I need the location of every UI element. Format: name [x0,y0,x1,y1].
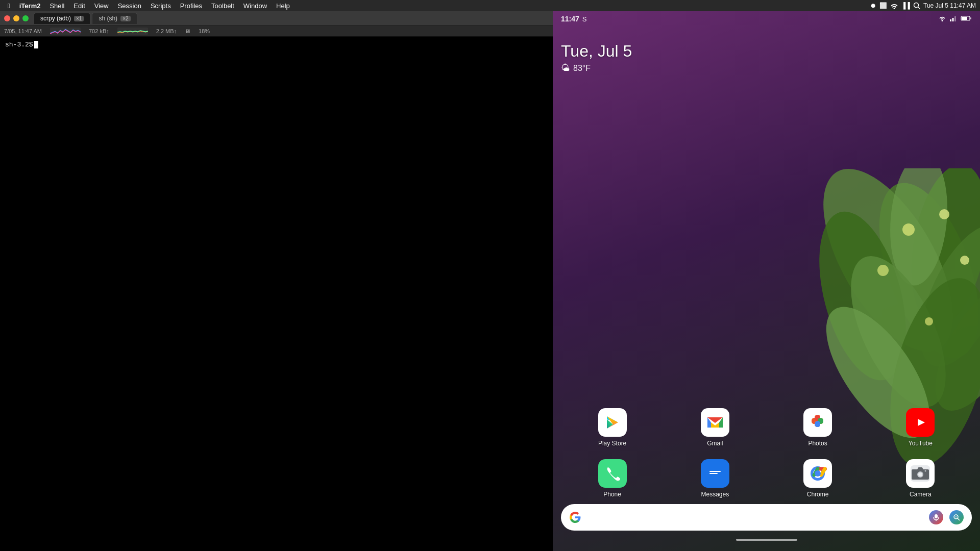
app-name[interactable]: iTerm2 [16,0,44,11]
svg-rect-22 [970,17,971,19]
android-wifi-icon [938,15,946,23]
app-playstore[interactable]: Play Store [595,408,630,447]
main-content: scrpy (adb) ×1 sh (sh) ×2 7/05, 11:47 AM [0,11,980,551]
svg-point-31 [918,472,922,477]
terminal-area[interactable]: sh-3.2$ [0,37,553,551]
android-date: Tue, Jul 5 [561,42,972,61]
status-cpu: 18% [199,28,210,34]
menu-help[interactable]: Help [273,0,293,11]
status-net: 702 kB↑ [89,28,109,34]
menubar-wifi-icon [890,2,898,9]
svg-rect-17 [950,19,951,21]
apple-menu[interactable]:  [4,0,14,11]
menubar-battery-icon: ▐▐ [901,2,910,9]
svg-rect-33 [935,514,938,518]
app-photos[interactable]: Photos [800,408,836,447]
app-gmail[interactable]: Gmail [697,408,733,447]
menu-profiles[interactable]: Profiles [177,0,206,11]
iterm-tabs: scrpy (adb) ×1 sh (sh) ×2 [34,13,549,24]
messages-icon [701,459,729,488]
youtube-label: YouTube [909,440,933,447]
menubar-search-icon[interactable] [913,2,920,9]
android-status-icons [938,15,972,23]
app-chrome[interactable]: Chrome [800,459,836,498]
weather-icon: 🌤 [561,63,570,73]
menubar-brightness-icon: ⬜ [879,2,887,9]
app-youtube[interactable]: YouTube [902,408,938,447]
android-searchbar[interactable] [561,504,972,531]
prompt-text: sh-3.2$ [5,41,33,48]
svg-rect-18 [952,18,954,21]
status-datetime: 7/05, 11:47 AM [4,28,42,34]
status-net-text: 702 kB↑ [89,28,109,34]
close-button[interactable] [4,15,10,21]
menu-view[interactable]: View [91,0,112,11]
chrome-label: Chrome [807,491,829,498]
minimize-button[interactable] [13,15,19,21]
messages-label: Messages [701,491,729,498]
terminal-prompt: sh-3.2$ [5,41,548,48]
status-mem: 2.2 MB↑ [156,28,177,34]
android-battery-icon [961,15,972,23]
menu-shell[interactable]: Shell [46,0,68,11]
menubar-left:  iTerm2 Shell Edit View Session Scripts… [4,0,293,11]
menubar-record-icon: ⏺ [870,2,876,9]
android-signal-bars [949,15,958,23]
tab-scrpy[interactable]: scrpy (adb) ×1 [34,13,90,24]
photos-icon [803,408,832,437]
menubar-right: ⏺ ⬜ ▐▐ Tue Jul 5 11:47 AM [870,2,976,9]
tab-sh-badge: ×2 [120,16,130,21]
android-app-row-2: Phone Messages [561,453,972,504]
tab-scrpy-label: scrpy (adb) [40,15,71,22]
tab-scrpy-badge: ×1 [74,16,84,21]
menu-scripts[interactable]: Scripts [147,0,175,11]
iterm-titlebar: scrpy (adb) ×1 sh (sh) ×2 [0,11,553,26]
android-signal-s: S [582,15,587,23]
menu-edit[interactable]: Edit [70,0,88,11]
svg-line-36 [958,518,960,520]
android-spacer [561,79,972,402]
playstore-icon [598,408,627,437]
svg-rect-21 [962,17,967,20]
google-logo [569,511,581,523]
menu-window[interactable]: Window [240,0,271,11]
tab-sh[interactable]: sh (sh) ×2 [92,13,137,24]
iterm-window: scrpy (adb) ×1 sh (sh) ×2 7/05, 11:47 AM [0,11,553,551]
gmail-icon [701,408,729,437]
android-time: 11:47 [561,15,579,23]
traffic-lights [4,15,29,21]
photos-label: Photos [808,440,827,447]
zoom-button[interactable] [22,15,29,21]
menubar-datetime: Tue Jul 5 11:47 AM [923,2,976,9]
status-cpu-icon: 🖥 [185,28,190,34]
playstore-label: Play Store [598,440,626,447]
status-graph-net [50,28,81,35]
menu-session[interactable]: Session [114,0,145,11]
camera-label: Camera [910,491,932,498]
gmail-label: Gmail [707,440,723,447]
android-dock-area [553,504,980,551]
app-camera[interactable]: Camera [902,459,938,498]
chrome-icon [803,459,832,488]
status-graph-mem [117,28,148,35]
android-home-indicator[interactable] [736,539,797,541]
status-mem-text: 2.2 MB↑ [156,28,177,34]
android-widget: Tue, Jul 5 🌤 83°F [561,37,972,79]
android-app-row-1: Play Store [561,402,972,453]
searchbar-lens-button[interactable] [949,510,964,524]
svg-line-1 [918,7,920,9]
iterm-statusbar: 7/05, 11:47 AM 702 kB↑ 2.2 MB↑ 🖥 [0,26,553,37]
searchbar-mic-button[interactable] [929,510,943,524]
android-statusbar: 11:47 S [553,11,980,27]
phone-label: Phone [603,491,621,498]
tab-sh-label: sh (sh) [99,15,117,22]
mac-menubar:  iTerm2 Shell Edit View Session Scripts… [0,0,980,11]
svg-point-32 [925,470,926,472]
app-phone[interactable]: Phone [595,459,630,498]
status-datetime-text: 7/05, 11:47 AM [4,28,42,34]
app-messages[interactable]: Messages [697,459,733,498]
svg-rect-19 [954,16,956,21]
menu-toolbelt[interactable]: Toolbelt [208,0,238,11]
android-panel: 11:47 S [553,11,980,551]
youtube-icon [906,408,935,437]
